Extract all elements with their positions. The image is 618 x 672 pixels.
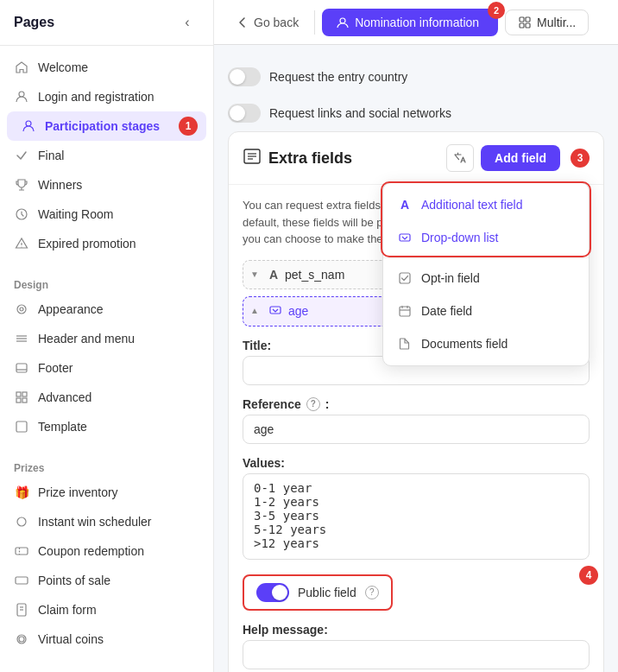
nomination-info-tab[interactable]: Nomination information 2 [322, 9, 498, 36]
entry-country-label: Request the entry country [269, 70, 407, 84]
field-up-arrow[interactable]: ▲ [250, 307, 259, 315]
values-form-row: Values: 0-1 year 1-2 years 3-5 years 5-1… [243, 456, 590, 562]
nomination-info-label: Nomination information [355, 16, 479, 29]
go-back-button[interactable]: Go back [228, 10, 307, 35]
field-arrows: ▲ [250, 307, 259, 315]
extra-fields-header: Extra fields Extra fields Add field 3 [229, 132, 603, 185]
sidebar-item-expired[interactable]: Expired promotion [0, 229, 213, 258]
sidebar-item-advanced[interactable]: Advanced [0, 383, 213, 412]
coins-icon [14, 631, 29, 647]
sidebar-item-prize-inventory[interactable]: 🎁 Prize inventory [0, 478, 213, 507]
svg-rect-13 [22, 392, 27, 396]
trophy-icon [14, 177, 29, 193]
topbar-divider [314, 10, 315, 35]
participation-icon [21, 118, 36, 134]
svg-rect-38 [400, 307, 410, 316]
advanced-icon [14, 390, 29, 405]
date-menu-icon [397, 303, 413, 319]
add-field-button[interactable]: Extra fields Add field [481, 145, 560, 171]
sidebar-item-footer[interactable]: Footer [0, 353, 213, 383]
svg-rect-14 [16, 398, 21, 403]
svg-point-17 [17, 517, 26, 526]
social-networks-toggle[interactable] [228, 104, 261, 123]
dropdown-item-text-field[interactable]: A Additional text field [383, 188, 589, 221]
step-badge-3: 3 [571, 149, 590, 168]
reference-label: Reference ? : [243, 397, 590, 411]
svg-rect-16 [16, 422, 27, 432]
values-label: Values: [243, 456, 590, 470]
documents-menu-icon [397, 336, 413, 352]
sidebar-item-label: Points of sale [38, 574, 110, 587]
sidebar-item-winners[interactable]: Winners [0, 170, 213, 200]
sidebar-item-waiting[interactable]: Waiting Room [0, 200, 213, 229]
public-field-section: Public field ? 4 [243, 574, 590, 611]
public-field-container: Public field ? [243, 574, 393, 611]
sidebar-collapse-button[interactable]: ‹ [175, 10, 199, 35]
sidebar-item-label: Final [38, 149, 64, 162]
opt-in-menu-icon [397, 270, 413, 286]
design-section: Design Appearance Header and menu Footer… [0, 265, 213, 448]
sidebar-item-appearance[interactable]: Appearance [0, 295, 213, 324]
svg-point-4 [21, 246, 22, 247]
svg-point-26 [340, 18, 345, 23]
sidebar-item-pos[interactable]: Points of sale [0, 566, 213, 595]
card-actions: Extra fields Add field 3 [446, 144, 590, 172]
dropdown-divider [383, 257, 589, 258]
sidebar-item-coupon[interactable]: Coupon redemption [0, 536, 213, 566]
toggle-knob [272, 585, 287, 600]
sidebar-item-header[interactable]: Header and menu [0, 324, 213, 353]
sidebar-item-label: Participation stages [45, 119, 160, 133]
multiregistration-tab[interactable]: Multir... [505, 10, 589, 35]
dropdown-item-opt-in[interactable]: Opt-in field [383, 262, 589, 295]
reference-input[interactable] [243, 415, 590, 444]
sidebar-item-final[interactable]: Final [0, 141, 213, 170]
reference-form-row: Reference ? : [243, 397, 590, 444]
social-networks-label: Request links and social networks [269, 106, 451, 120]
entry-country-toggle[interactable] [228, 67, 261, 86]
dropdown-item-date-field[interactable]: Date field [383, 295, 589, 327]
svg-rect-28 [526, 17, 530, 22]
general-section-label: General [0, 668, 213, 672]
appearance-icon [14, 301, 29, 317]
field-down-arrow[interactable]: ▼ [250, 270, 259, 279]
field-name-pet: pet_s_nam [285, 268, 344, 282]
values-textarea[interactable]: 0-1 year 1-2 years 3-5 years 5-12 years … [243, 473, 590, 560]
extra-fields-title-text: Extra fields [268, 149, 352, 168]
sidebar-item-claim-form[interactable]: Claim form [0, 595, 213, 624]
sidebar-item-label: Waiting Room [38, 207, 113, 221]
toggle-entry-country-row: Request the entry country [228, 59, 604, 95]
claim-icon [14, 602, 29, 618]
sidebar-item-instant-win[interactable]: Instant win scheduler [0, 507, 213, 536]
footer-icon [14, 360, 29, 376]
sidebar-item-login[interactable]: Login and registration [0, 82, 213, 111]
step-badge-4: 4 [579, 566, 598, 585]
sidebar-item-label: Winners [38, 178, 82, 192]
dropdown-item-dropdown-list[interactable]: Drop-down list [383, 221, 589, 254]
instant-win-icon [14, 514, 29, 529]
translate-button[interactable] [446, 144, 474, 172]
home-icon [14, 60, 29, 75]
sidebar-item-welcome[interactable]: Welcome [0, 53, 213, 82]
prizes-section-label: Prizes [0, 455, 213, 478]
general-section: General [0, 661, 213, 672]
sidebar-item-label: Claim form [38, 603, 97, 617]
sidebar-item-label: Welcome [38, 60, 88, 74]
public-field-toggle[interactable] [256, 583, 289, 602]
dropdown-item-label: Documents field [421, 337, 508, 351]
menu-icon [14, 331, 29, 346]
user-circle-icon [336, 16, 350, 29]
svg-rect-29 [520, 23, 524, 28]
sidebar-item-template[interactable]: Template [0, 412, 213, 441]
sidebar-item-virtual-coins[interactable]: Virtual coins [0, 624, 213, 654]
prize-icon: 🎁 [14, 485, 29, 500]
dropdown-item-label: Opt-in field [421, 271, 480, 285]
sidebar-item-participation[interactable]: Participation stages 1 [7, 111, 206, 141]
template-icon [14, 419, 29, 434]
svg-point-6 [20, 307, 23, 311]
dropdown-item-documents[interactable]: Documents field [383, 327, 589, 360]
waiting-icon [14, 206, 29, 222]
public-field-label: Public field [298, 586, 356, 599]
help-message-input[interactable] [243, 640, 590, 669]
toggle-knob [230, 69, 245, 85]
toggle-knob [230, 105, 245, 121]
